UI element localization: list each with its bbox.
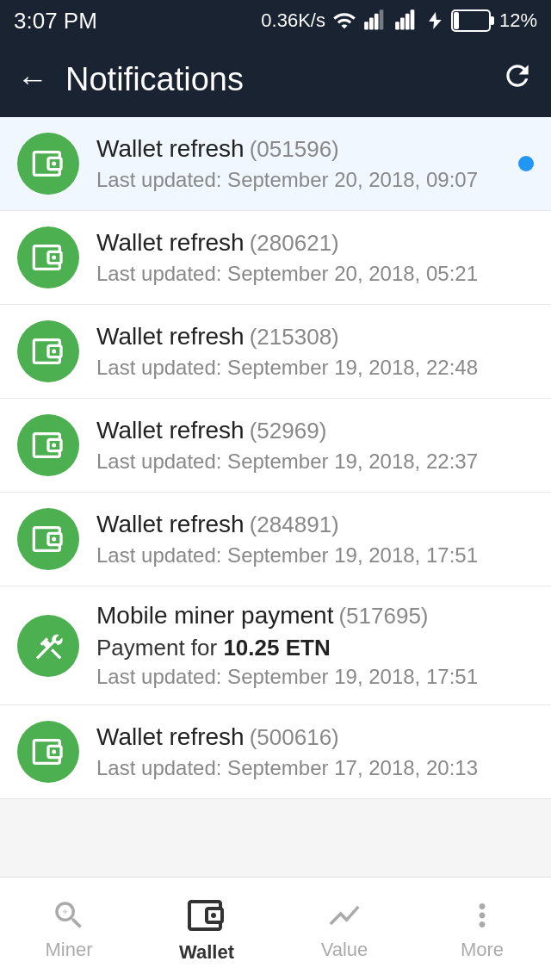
notification-list: Wallet refresh(051596)Last updated: Sept… <box>0 117 551 799</box>
page-title: Notifications <box>65 61 501 98</box>
status-bar: 3:07 PM 0.36K/s <box>0 0 551 41</box>
notification-title-main: Mobile miner payment <box>96 602 333 630</box>
charging-icon <box>425 9 444 33</box>
notification-item[interactable]: Wallet refresh(284891)Last updated: Sept… <box>0 493 551 586</box>
svg-point-12 <box>52 256 56 260</box>
battery-container: 12% <box>451 9 537 32</box>
svg-rect-7 <box>411 9 415 29</box>
notification-title-id: (280621) <box>250 230 339 257</box>
unread-dot <box>518 156 534 171</box>
notification-subtitle: Last updated: September 19, 2018, 17:51 <box>96 543 534 568</box>
notification-title-id: (284891) <box>250 512 339 538</box>
miner-icon <box>17 615 79 677</box>
nav-item-value[interactable]: Value <box>276 878 413 980</box>
notification-payment: Payment for 10.25 ETN <box>96 635 534 661</box>
wallet-icon <box>17 414 79 476</box>
nav-item-miner[interactable]: Miner <box>0 878 138 980</box>
value-nav-label: Value <box>321 939 368 961</box>
notification-title: Wallet refresh(051596) <box>96 135 534 163</box>
notification-item[interactable]: Wallet refresh(215308)Last updated: Sept… <box>0 305 551 399</box>
notification-item[interactable]: Wallet refresh(051596)Last updated: Sept… <box>0 117 551 211</box>
svg-point-15 <box>52 537 56 542</box>
wallet-icon <box>17 508 79 570</box>
notification-title: Wallet refresh(284891) <box>96 511 534 538</box>
battery-percent: 12% <box>499 9 537 32</box>
notification-content: Wallet refresh(215308)Last updated: Sept… <box>96 323 534 380</box>
wallet-icon <box>17 226 79 288</box>
svg-point-13 <box>52 350 56 354</box>
svg-point-17 <box>211 913 216 918</box>
notification-title-id: (500616) <box>250 724 339 751</box>
svg-rect-0 <box>364 22 368 29</box>
svg-rect-1 <box>369 18 374 30</box>
notification-title-id: (051596) <box>250 136 339 163</box>
more-nav-icon <box>464 897 500 933</box>
notification-item[interactable]: Mobile miner payment(517695)Payment for … <box>0 586 551 705</box>
notification-title: Wallet refresh(280621) <box>96 229 534 257</box>
notification-title: Mobile miner payment(517695) <box>96 602 534 630</box>
signal-icon <box>363 9 387 33</box>
notification-subtitle: Last updated: September 19, 2018, 22:37 <box>96 450 534 474</box>
notification-content: Wallet refresh(280621)Last updated: Sept… <box>96 229 534 286</box>
main-content: Wallet refresh(051596)Last updated: Sept… <box>0 117 551 902</box>
notification-title-id: (52969) <box>250 418 327 444</box>
svg-rect-9 <box>490 16 494 25</box>
svg-point-16 <box>52 750 56 754</box>
svg-point-14 <box>52 443 56 448</box>
notification-item[interactable]: Wallet refresh(52969)Last updated: Septe… <box>0 399 551 493</box>
back-button[interactable]: ← <box>17 61 48 97</box>
notification-title: Wallet refresh(215308) <box>96 323 534 350</box>
notification-title: Wallet refresh(500616) <box>96 723 534 751</box>
notification-content: Wallet refresh(051596)Last updated: Sept… <box>96 135 534 192</box>
notification-subtitle: Last updated: September 19, 2018, 17:51 <box>96 665 534 689</box>
wallet-nav-label: Wallet <box>179 941 234 964</box>
notification-title-id: (517695) <box>338 603 428 630</box>
signal-icon-2 <box>394 9 418 33</box>
svg-point-11 <box>52 162 56 166</box>
notification-title-main: Wallet refresh <box>96 323 245 350</box>
notification-title-main: Wallet refresh <box>96 135 245 163</box>
notification-content: Mobile miner payment(517695)Payment for … <box>96 602 534 689</box>
app-header: ← Notifications <box>0 41 551 117</box>
value-nav-icon <box>326 897 362 933</box>
notification-subtitle: Last updated: September 20, 2018, 09:07 <box>96 168 534 192</box>
more-nav-label: More <box>461 939 504 961</box>
notification-item[interactable]: Wallet refresh(280621)Last updated: Sept… <box>0 211 551 305</box>
notification-content: Wallet refresh(500616)Last updated: Sept… <box>96 723 534 780</box>
nav-item-wallet[interactable]: Wallet <box>138 878 276 980</box>
network-speed: 0.36K/s <box>261 9 325 32</box>
status-time: 3:07 PM <box>14 8 97 34</box>
notification-title: Wallet refresh(52969) <box>96 417 534 444</box>
miner-nav-icon <box>51 897 87 933</box>
notification-content: Wallet refresh(284891)Last updated: Sept… <box>96 511 534 568</box>
wallet-icon <box>17 320 79 382</box>
wifi-icon <box>332 9 356 33</box>
notification-content: Wallet refresh(52969)Last updated: Septe… <box>96 417 534 474</box>
svg-rect-2 <box>375 14 379 30</box>
svg-rect-3 <box>380 9 384 29</box>
notification-title-main: Wallet refresh <box>96 417 245 444</box>
notification-title-main: Wallet refresh <box>96 723 245 751</box>
wallet-icon <box>17 133 79 195</box>
svg-rect-5 <box>400 18 405 30</box>
svg-rect-6 <box>406 14 410 30</box>
notification-subtitle: Last updated: September 17, 2018, 20:13 <box>96 756 534 780</box>
battery-icon <box>451 9 496 32</box>
notification-item[interactable]: Wallet refresh(500616)Last updated: Sept… <box>0 705 551 799</box>
bottom-navigation: Miner Wallet Value More <box>0 877 551 980</box>
status-right: 0.36K/s 12% <box>261 9 537 33</box>
notification-title-id: (215308) <box>250 324 339 350</box>
refresh-button[interactable] <box>501 59 534 100</box>
wallet-nav-icon <box>186 895 227 936</box>
nav-item-more[interactable]: More <box>413 878 551 980</box>
notification-subtitle: Last updated: September 19, 2018, 22:48 <box>96 356 534 380</box>
svg-rect-10 <box>454 12 459 29</box>
svg-rect-4 <box>395 22 399 29</box>
notification-title-main: Wallet refresh <box>96 229 245 257</box>
notification-subtitle: Last updated: September 20, 2018, 05:21 <box>96 262 534 286</box>
notification-title-main: Wallet refresh <box>96 511 245 538</box>
miner-nav-label: Miner <box>45 939 92 961</box>
wallet-icon <box>17 721 79 783</box>
